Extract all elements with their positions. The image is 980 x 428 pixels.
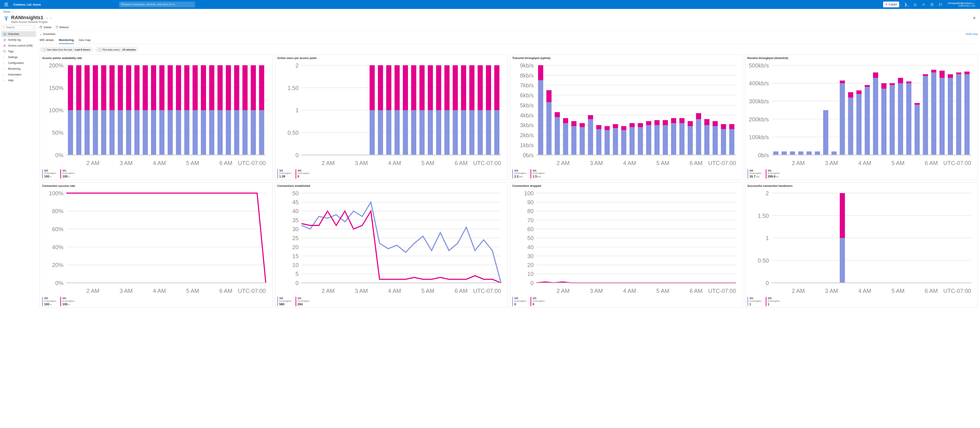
tab-monitoring[interactable]: Monitoring <box>59 37 74 44</box>
portal-brand[interactable]: Contoso, Ltd. Azure <box>11 3 43 6</box>
svg-text:5 AM: 5 AM <box>186 288 199 294</box>
svg-rect-94 <box>395 110 399 155</box>
sidebar-item-help[interactable]: ›Help <box>2 78 36 83</box>
svg-text:1: 1 <box>765 235 768 241</box>
feedback-icon[interactable] <box>936 0 944 9</box>
copilot-button[interactable]: ✧ Copilot <box>883 2 899 7</box>
svg-rect-219 <box>815 151 820 155</box>
global-search[interactable] <box>119 2 195 7</box>
essentials-toggle[interactable]: ⌄ Essentials JSON View <box>40 32 978 37</box>
metric-card[interactable]: Successful connection handovers00.5011.5… <box>745 182 978 308</box>
svg-text:100: 100 <box>524 190 534 196</box>
sidebar-search[interactable]: ◇ « <box>2 25 36 30</box>
legend-item[interactable]: 102RANInsights1100% <box>42 297 56 306</box>
svg-rect-108 <box>453 110 458 155</box>
close-blade-icon[interactable]: ✕ <box>972 15 977 21</box>
svg-text:0: 0 <box>295 280 299 286</box>
legend-item[interactable]: 102RANInsights1580 <box>277 297 291 306</box>
svg-rect-218 <box>807 151 811 155</box>
svg-text:80: 80 <box>527 208 534 214</box>
metric-card[interactable]: Transmit throughput (uplink)0b/s1kb/s2kb… <box>510 54 743 180</box>
sidebar-search-input[interactable] <box>6 26 32 29</box>
sidebar-item-monitoring[interactable]: ›Monitoring <box>2 66 36 72</box>
svg-rect-162 <box>596 125 601 129</box>
svg-rect-190 <box>713 121 718 126</box>
metric-card[interactable]: Access points availability rate0%50%100%… <box>40 54 273 180</box>
favorite-star-icon[interactable]: ☆ <box>45 16 48 20</box>
svg-rect-62 <box>226 65 231 110</box>
legend-item[interactable]: 102RANInsights10 <box>296 169 310 178</box>
sidebar-item-configuration[interactable]: ›Configuration <box>2 60 36 66</box>
granularity-pill[interactable]: 🕒 Plot data every : 15 minutes <box>95 47 138 53</box>
legend-item[interactable]: 101RANInsights10 <box>531 297 545 306</box>
cloud-shell-icon[interactable]: ❯_ <box>902 0 910 9</box>
sidebar-item-overview[interactable]: Overview <box>2 31 36 37</box>
svg-text:0%: 0% <box>55 152 64 158</box>
metric-card[interactable]: Connection success rate0%20%40%60%80%100… <box>40 182 273 308</box>
svg-rect-175 <box>654 125 660 155</box>
sidebar-item-automation[interactable]: ›Automation <box>2 72 36 78</box>
svg-rect-217 <box>798 151 803 155</box>
svg-rect-174 <box>646 121 651 125</box>
settings-icon[interactable] <box>920 0 928 9</box>
legend-item[interactable]: 101RANInsights1100% <box>60 169 75 178</box>
svg-text:20%: 20% <box>52 262 64 268</box>
refresh-button[interactable]: Refresh <box>56 25 69 29</box>
legend-series-value: 1.5 <box>533 175 537 178</box>
time-range-pill[interactable]: 🕒 See data from the last : Last 6 hours <box>40 47 93 53</box>
legend-item[interactable]: 102RANInsights1100% <box>42 169 56 178</box>
svg-text:3 AM: 3 AM <box>825 288 838 294</box>
json-view-link[interactable]: JSON View <box>965 33 978 35</box>
svg-text:5 AM: 5 AM <box>421 288 434 294</box>
svg-rect-35 <box>118 110 123 155</box>
hamburger-menu[interactable] <box>2 0 11 9</box>
legend-item[interactable]: 102RANInsights11 <box>766 297 780 306</box>
legend-item[interactable]: 101RANInsights11 <box>748 297 762 306</box>
tab-geo-map[interactable]: Geo map <box>79 37 91 44</box>
legend-item[interactable]: 102RANInsights10 <box>512 297 527 306</box>
svg-text:4 AM: 4 AM <box>858 288 871 294</box>
legend-series-unit: kb/s <box>519 176 523 178</box>
sidebar-item-settings[interactable]: ›Settings <box>2 54 36 60</box>
sidebar-item-access-control-iam-[interactable]: Access control (IAM) <box>2 43 36 49</box>
account-menu[interactable]: chrisqpublic@contoso.c... CONTOSO, LTD. <box>945 2 978 7</box>
svg-rect-245 <box>931 70 936 72</box>
sidebar-collapse-icon[interactable]: « <box>38 26 40 28</box>
metric-card[interactable]: Connections dropped010203040506070809010… <box>510 182 743 308</box>
clock-icon: 🕒 <box>43 48 46 51</box>
metric-card[interactable]: Receive throughput (downlink)0b/s100kb/s… <box>745 54 978 180</box>
svg-text:0.50: 0.50 <box>758 258 769 264</box>
global-search-input[interactable] <box>124 3 193 6</box>
breadcrumb-home[interactable]: Home <box>3 10 10 13</box>
metric-card[interactable]: Connections established05101520253035404… <box>275 182 508 308</box>
legend-series-unit: kb/s <box>756 176 760 178</box>
chart-legend: 102RANInsights1100%101RANInsights1100% <box>42 169 270 178</box>
more-actions-icon[interactable]: ⋯ <box>49 16 52 20</box>
svg-text:80%: 80% <box>52 208 64 214</box>
legend-item[interactable]: 102RANInsights12.2kb/s <box>512 169 527 178</box>
notifications-icon[interactable] <box>911 0 919 9</box>
sidebar-search-expand-icon[interactable]: ◇ <box>33 26 35 29</box>
refresh-label: Refresh <box>59 26 69 29</box>
help-icon[interactable] <box>928 0 936 9</box>
metric-card-title: Transmit throughput (uplink) <box>512 57 740 60</box>
legend-item[interactable]: 102RANInsights116.7kb/s <box>748 169 762 178</box>
legend-series-unit: % <box>68 176 70 178</box>
svg-text:300kb/s: 300kb/s <box>749 98 769 105</box>
metric-card[interactable]: Active users per access point00.5011.502… <box>275 54 508 180</box>
svg-rect-149 <box>546 102 552 155</box>
tab-mie-details[interactable]: MIE details <box>40 37 54 44</box>
sidebar-item-tags[interactable]: Tags <box>2 49 36 54</box>
legend-item[interactable]: 101RANInsights1100% <box>60 297 75 306</box>
sidebar-item-label: Automation <box>8 73 22 76</box>
delete-button[interactable]: Delete <box>40 25 51 29</box>
legend-series-name: 102 <box>749 169 762 172</box>
sidebar-item-activity-log[interactable]: Activity log <box>2 37 36 43</box>
breadcrumb: Home › <box>0 9 980 15</box>
svg-rect-214 <box>773 151 778 155</box>
legend-item[interactable]: 101RANInsights11.5kb/s <box>531 169 545 178</box>
legend-item[interactable]: 101RANInsights1294 <box>296 297 310 306</box>
legend-item[interactable]: 101RANInsights11.39 <box>277 169 291 178</box>
legend-series-name: 102 <box>298 169 310 172</box>
legend-item[interactable]: 101RANInsights1298.6b/s <box>766 169 780 178</box>
